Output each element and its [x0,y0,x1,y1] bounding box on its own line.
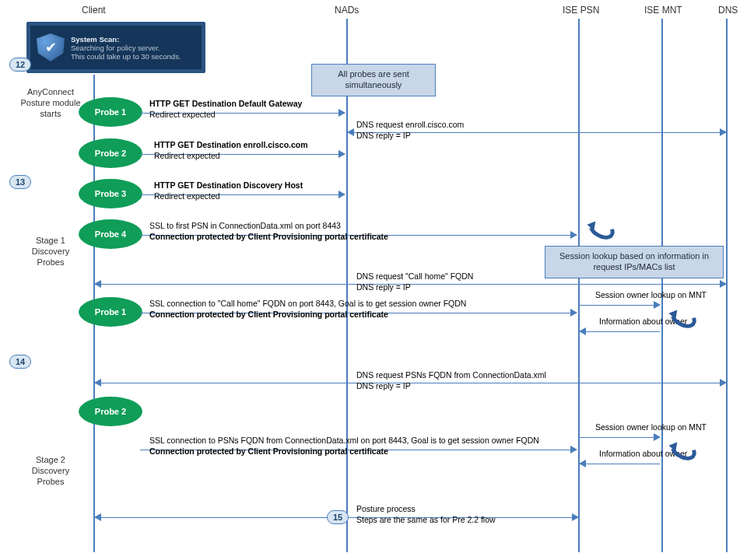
step-12: 12 [9,58,31,72]
shield-icon: ✔ [37,33,65,61]
stage1-probe2: Probe 2 [79,138,142,168]
dns-enroll-label: DNS request enroll.cisco.com DNS reply =… [356,120,464,141]
col-client: Client [82,5,106,16]
infobox-simultaneous: All probes are sent simultaneously [311,64,436,96]
stage2-probe2-label: SSL connection to PSNs FQDN from Connect… [149,436,539,457]
lifeline-ise-psn [578,19,580,552]
lifeline-nads [346,19,348,552]
probe2-label: HTTP GET Destination enroll.cisco.com Re… [154,140,308,161]
system-scan-card: ✔ System Scan: Searching for policy serv… [26,22,205,73]
stage2-probe2: Probe 2 [79,397,142,426]
mnt-lookup-1: Session owner lookup on MNT [595,290,707,301]
col-nads: NADs [335,5,359,16]
infobox-session-lookup: Session lookup based on information in r… [545,246,724,278]
col-dns: DNS [718,5,738,16]
mnt-lookup-2: Session owner lookup on MNT [595,422,707,433]
stage1-probe1: Probe 1 [79,97,142,127]
step-15: 15 [327,510,349,524]
curl-arrow-2 [666,303,700,333]
stage1-probe3: Probe 3 [79,179,142,208]
col-ise-psn: ISE PSN [563,5,599,16]
posture-label: Posture process Steps are the same as fo… [356,504,496,525]
psn-to-mnt-2 [580,437,660,438]
label-anyconnect-start: AnyConnect Posture module starts [16,87,86,119]
step-14: 14 [9,355,31,369]
probe1-label: HTTP GET Destination Default Gateway Red… [149,99,302,120]
scan-title: System Scan: [71,35,181,44]
col-ise-mnt: ISE MNT [644,5,682,16]
dns-callhome-label: DNS request "Call home" FQDN DNS reply =… [356,271,473,292]
lifeline-ise-mnt [661,19,663,552]
mnt-to-psn-2 [580,464,660,464]
label-stage2: Stage 2 Discovery Probes [19,455,82,487]
curl-arrow-1 [584,214,618,244]
scan-line2: This could take up to 30 seconds. [71,52,181,61]
curl-arrow-3 [666,435,700,465]
psn-to-mnt-1 [580,305,660,306]
scan-line1: Searching for policy server. [71,44,181,52]
system-scan-texts: System Scan: Searching for policy server… [71,35,181,61]
probe3-label: HTTP GET Destination Discovery Host Redi… [154,180,303,201]
step-13: 13 [9,175,31,189]
probe4-label: SSL to first PSN in ConnectionData.xml o… [149,221,388,242]
stage2-probe1: Probe 1 [79,297,142,327]
stage1-probe4: Probe 4 [79,219,142,249]
stage2-probe1-label: SSL connection to "Call home" FQDN on po… [149,299,466,320]
dns-psns-fqdn-label: DNS request PSNs FQDN from ConnectionDat… [356,370,546,391]
mnt-to-psn-1 [580,331,660,332]
label-stage1: Stage 1 Discovery Probes [19,236,82,268]
